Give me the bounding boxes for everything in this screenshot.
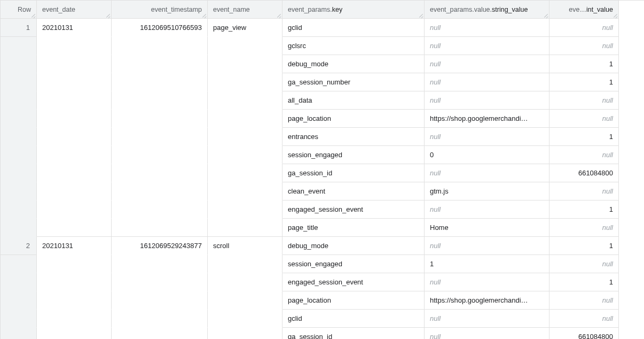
row-number-empty <box>1 55 37 73</box>
cell-int-value: 1 <box>549 201 619 219</box>
cell-event-timestamp-empty <box>112 255 208 273</box>
column-header[interactable]: event_date <box>37 1 112 19</box>
cell-event-date-empty <box>37 310 112 328</box>
row-number-empty <box>1 91 37 110</box>
row-number-empty <box>1 164 37 182</box>
cell-event-name-empty <box>208 164 282 182</box>
row-number-empty <box>1 291 37 310</box>
cell-event-date-empty <box>37 291 112 310</box>
cell-event-date-empty <box>37 219 112 237</box>
cell-param-key: ga_session_id <box>282 164 425 182</box>
cell-int-value: null <box>549 182 619 201</box>
row-number-empty <box>1 110 37 128</box>
cell-int-value: null <box>549 219 619 237</box>
cell-event-name-empty <box>208 328 282 339</box>
row-number-empty <box>1 310 37 328</box>
cell-event-timestamp-empty <box>112 328 208 339</box>
cell-param-key: ga_session_id <box>282 328 425 339</box>
cell-int-value: 661084800 <box>549 328 619 339</box>
cell-int-value: 661084800 <box>549 164 619 182</box>
cell-event-date-empty <box>37 164 112 182</box>
cell-string-value: Home <box>425 219 549 237</box>
cell-string-value: null <box>425 237 549 255</box>
column-header[interactable]: event_params.key <box>282 1 425 19</box>
cell-int-value: null <box>549 110 619 128</box>
cell-event-timestamp-empty <box>112 55 208 73</box>
cell-string-value: null <box>425 37 549 55</box>
cell-param-key: debug_mode <box>282 237 425 255</box>
cell-param-key: page_title <box>282 219 425 237</box>
cell-event-timestamp-empty <box>112 310 208 328</box>
cell-event-timestamp-empty <box>112 73 208 91</box>
cell-param-key: gclid <box>282 310 425 328</box>
cell-event-timestamp-empty <box>112 128 208 146</box>
cell-event-date-empty <box>37 37 112 55</box>
cell-param-key: clean_event <box>282 182 425 201</box>
cell-event-name-empty <box>208 273 282 291</box>
cell-param-key: gclsrc <box>282 37 425 55</box>
cell-event-date-empty <box>37 55 112 73</box>
cell-int-value: 1 <box>549 128 619 146</box>
column-header[interactable]: Row <box>1 1 37 19</box>
cell-event-name-empty <box>208 201 282 219</box>
cell-event-date-empty <box>37 328 112 339</box>
cell-string-value: null <box>425 19 549 37</box>
cell-string-value: null <box>425 128 549 146</box>
column-header[interactable]: eve…int_value <box>549 1 619 19</box>
cell-string-value: 0 <box>425 146 549 164</box>
column-header[interactable]: event_params.value.string_value <box>425 1 549 19</box>
cell-event-timestamp-empty <box>112 219 208 237</box>
cell-event-date-empty <box>37 146 112 164</box>
cell-event-name-empty <box>208 182 282 201</box>
cell-event-timestamp-empty <box>112 164 208 182</box>
cell-param-key: gclid <box>282 19 425 37</box>
cell-string-value: https://shop.googlemerchandi… <box>425 110 549 128</box>
cell-event-date-empty <box>37 110 112 128</box>
cell-param-key: debug_mode <box>282 55 425 73</box>
cell-int-value: null <box>549 91 619 110</box>
cell-string-value: null <box>425 55 549 73</box>
cell-event-date: 20210131 <box>37 19 112 37</box>
cell-event-date-empty <box>37 273 112 291</box>
cell-param-key: ga_session_number <box>282 73 425 91</box>
cell-event-name-empty <box>208 146 282 164</box>
cell-string-value: 1 <box>425 255 549 273</box>
row-number-empty <box>1 201 37 219</box>
cell-event-name-empty <box>208 73 282 91</box>
cell-event-date: 20210131 <box>37 237 112 255</box>
cell-string-value: null <box>425 310 549 328</box>
cell-event-timestamp-empty <box>112 182 208 201</box>
cell-event-date-empty <box>37 201 112 219</box>
cell-int-value: 1 <box>549 73 619 91</box>
cell-event-timestamp: 1612069510766593 <box>112 19 208 37</box>
cell-string-value: https://shop.googlemerchandi… <box>425 291 549 310</box>
cell-param-key: session_engaged <box>282 255 425 273</box>
cell-event-name-empty <box>208 255 282 273</box>
cell-param-key: page_location <box>282 291 425 310</box>
cell-int-value: null <box>549 291 619 310</box>
row-number-empty <box>1 146 37 164</box>
cell-string-value: null <box>425 73 549 91</box>
cell-event-date-empty <box>37 255 112 273</box>
row-number-empty <box>1 182 37 201</box>
cell-event-timestamp-empty <box>112 91 208 110</box>
cell-event-name-empty <box>208 291 282 310</box>
cell-param-key: engaged_session_event <box>282 273 425 291</box>
cell-event-name-empty <box>208 219 282 237</box>
cell-int-value: 1 <box>549 273 619 291</box>
row-number: 2 <box>1 237 37 255</box>
cell-event-name: scroll <box>208 237 282 255</box>
row-number-empty <box>1 273 37 291</box>
cell-event-name-empty <box>208 55 282 73</box>
cell-int-value: 1 <box>549 237 619 255</box>
row-number-empty <box>1 37 37 55</box>
cell-int-value: 1 <box>549 55 619 73</box>
cell-event-timestamp-empty <box>112 146 208 164</box>
cell-event-name-empty <box>208 128 282 146</box>
cell-string-value: null <box>425 91 549 110</box>
cell-int-value: null <box>549 19 619 37</box>
column-header[interactable]: event_name <box>208 1 282 19</box>
cell-event-date-empty <box>37 128 112 146</box>
cell-int-value: null <box>549 310 619 328</box>
column-header[interactable]: event_timestamp <box>112 1 208 19</box>
